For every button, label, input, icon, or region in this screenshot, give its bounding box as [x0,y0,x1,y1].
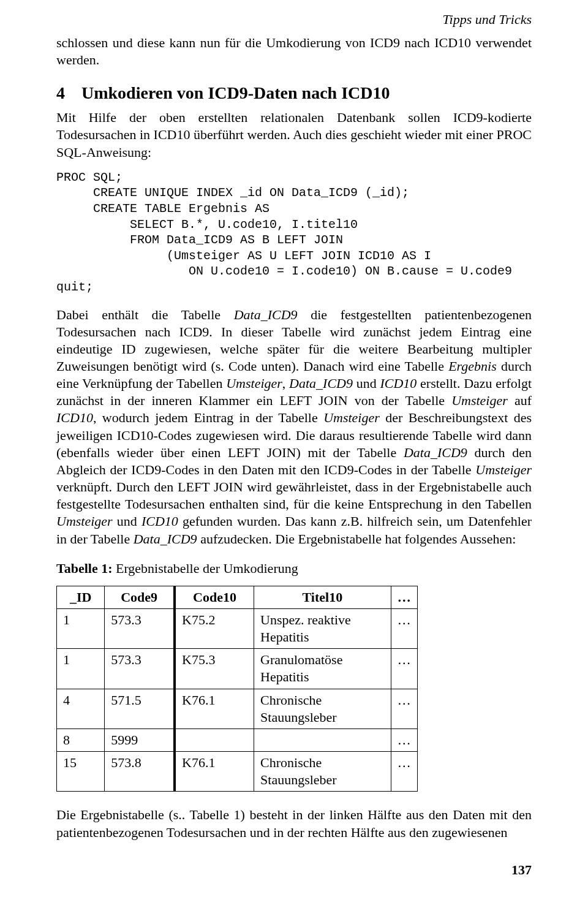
table-cell: … [391,649,417,689]
table-cell: 15 [57,752,105,792]
table-cell [254,729,391,751]
table-row: 4571.5K76.1Chronische Stauungsleber… [57,689,418,729]
table-cell: … [391,689,417,729]
table-cell: K76.1 [175,689,254,729]
table-cell: 8 [57,729,105,751]
table-cell: Unspez. reaktive Hepatitis [254,609,391,649]
table-cell: 5999 [105,729,175,751]
body-paragraph: Dabei enthält die Tabelle Data_ICD9 die … [56,306,532,548]
th-code10: Code10 [175,586,254,608]
result-table: _ID Code9 Code10 Titel10 … 1573.3K75.2Un… [56,586,418,792]
section-lead-paragraph: Mit Hilfe der oben erstellten relational… [56,109,532,161]
table-caption-prefix: Tabelle 1: [56,561,112,576]
intro-paragraph: schlossen und diese kann nun für die Umk… [56,34,532,69]
table-cell: … [391,729,417,751]
section-heading: 4 Umkodieren von ICD9-Daten nach ICD10 [56,82,532,104]
table-cell [175,729,254,751]
th-code9: Code9 [105,586,175,608]
th-titel10: Titel10 [254,586,391,608]
section-title: Umkodieren von ICD9-Daten nach ICD10 [81,83,390,102]
page-number: 137 [511,861,532,879]
table-cell: 571.5 [105,689,175,729]
table-row: 15573.8K76.1Chronische Stauungsleber… [57,752,418,792]
closing-paragraph: Die Ergebnistabelle (s.. Tabelle 1) best… [56,806,532,841]
table-caption-text: Ergebnistabelle der Umkodierung [112,561,298,576]
table-cell: Chronische Stauungsleber [254,752,391,792]
table-cell: … [391,752,417,792]
section-number: 4 [56,82,77,104]
table-cell: 573.3 [105,649,175,689]
table-cell: 573.8 [105,752,175,792]
table-row: 1573.3K75.2Unspez. reaktive Hepatitis… [57,609,418,649]
table-cell: 1 [57,649,105,689]
table-cell: … [391,609,417,649]
table-cell: K75.2 [175,609,254,649]
table-header-row: _ID Code9 Code10 Titel10 … [57,586,418,608]
code-block-sql: PROC SQL; CREATE UNIQUE INDEX _id ON Dat… [56,170,532,295]
page-header-right: Tipps und Tricks [56,11,532,28]
table-cell: Granulomatöse Hepatitis [254,649,391,689]
th-id: _ID [57,586,105,608]
th-ellipsis: … [391,586,417,608]
table-cell: 4 [57,689,105,729]
table-cell: K76.1 [175,752,254,792]
table-cell: 1 [57,609,105,649]
table-cell: 573.3 [105,609,175,649]
table-row: 85999… [57,729,418,751]
table-cell: K75.3 [175,649,254,689]
table-cell: Chronische Stauungsleber [254,689,391,729]
table-row: 1573.3K75.3Granulomatöse Hepatitis… [57,649,418,689]
table-caption: Tabelle 1: Ergebnistabelle der Umkodieru… [56,560,532,577]
